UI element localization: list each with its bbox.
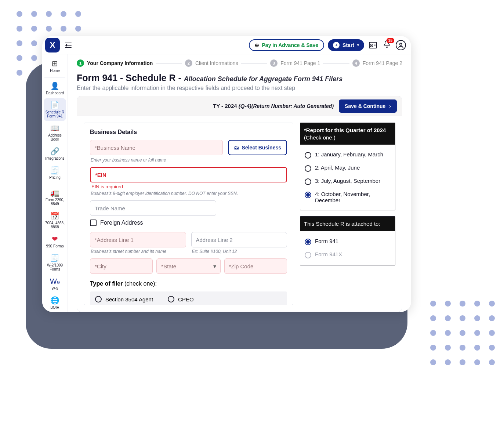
step-label: Client Informations	[195, 60, 238, 66]
quarter-panel-title: *Report for this Quarter of 2024(Check o…	[300, 123, 395, 145]
step-2[interactable]: 2Client Informations	[185, 59, 238, 67]
select-business-button[interactable]: 🗂 Select Business	[228, 140, 287, 155]
sidebar-item-label: W-2/1099 Forms	[44, 263, 66, 271]
checkbox-label: Foreign Address	[100, 220, 143, 226]
filer-option-cpeo[interactable]: CPEO	[168, 296, 194, 302]
step-3[interactable]: 3Form 941 Page 1	[270, 59, 320, 67]
plus-icon: ⊕	[255, 42, 259, 48]
sidebar-item-w2-1099[interactable]: 🧾W-2/1099 Forms	[42, 251, 68, 274]
app-window: X ⊕ Pay in Advance & Save + Start ▾ 35	[42, 36, 411, 312]
book-icon: 📖	[50, 124, 59, 132]
trade-name-input[interactable]	[90, 200, 216, 216]
chevron-right-icon: ›	[389, 103, 391, 109]
sidebar-item-label: Dashboard	[46, 91, 64, 95]
svg-point-2	[400, 43, 402, 45]
sidebar-item-990-forms[interactable]: ❤990 Forms	[42, 232, 68, 251]
sidebar-item-label: 990 Forms	[46, 244, 64, 248]
attached-panel-title: This Schedule R is attached to:	[300, 217, 395, 231]
zip-input[interactable]	[224, 258, 287, 274]
quarter-option-2[interactable]: 2: April, May, June	[304, 162, 391, 175]
sidebar-item-address-book[interactable]: 📖Address Book	[42, 121, 68, 144]
search-doc-icon: 🗂	[234, 145, 239, 151]
decorative-dots-bottom	[430, 301, 495, 365]
sidebar-item-schedule-r[interactable]: 📄Schedule R Form 941	[44, 98, 66, 121]
filer-option-3504[interactable]: Section 3504 Agent	[95, 296, 153, 302]
page-description: Enter the applicable information in the …	[77, 85, 402, 91]
sidebar-item-integrations[interactable]: 🔗Integrations	[42, 144, 68, 163]
addr2-hint: Ex: Suite #100, Unit 12	[192, 249, 287, 254]
sidebar-item-label: 7004, 4868, 8868	[44, 221, 66, 229]
notifications-button[interactable]: 35	[382, 40, 392, 50]
form-shell: TY - 2024 (Q-4)(Return Number: Auto Gene…	[77, 96, 402, 312]
sidebar-item-home[interactable]: ⊞Home	[42, 57, 68, 76]
step-progress: 1Your Company Information 2Client Inform…	[77, 59, 402, 67]
ein-input[interactable]	[90, 167, 287, 182]
pay-in-advance-button[interactable]: ⊕ Pay in Advance & Save	[249, 39, 324, 51]
business-name-input[interactable]	[90, 140, 223, 155]
radio-icon	[305, 178, 311, 185]
quarter-option-4[interactable]: 4: October, November, December	[304, 188, 391, 206]
step-1[interactable]: 1Your Company Information	[77, 59, 153, 67]
pay-label: Pay in Advance & Save	[262, 42, 319, 48]
sidebar: ⊞Home 👤Dashboard 📄Schedule R Form 941 📖A…	[42, 54, 68, 312]
radio-icon	[305, 152, 311, 159]
start-label: Start	[342, 42, 354, 48]
sidebar-item-dashboard[interactable]: 👤Dashboard	[42, 79, 68, 98]
quarter-option-1[interactable]: 1: January, February, March	[304, 148, 391, 162]
svg-point-1	[371, 44, 373, 46]
sidebar-item-label: Home	[50, 69, 60, 73]
link-icon: 🔗	[50, 147, 59, 155]
globe-icon: 🌐	[50, 296, 59, 304]
sidebar-item-w9[interactable]: W₉W-9	[42, 274, 68, 293]
step-label: Form 941 Page 1	[280, 60, 320, 66]
grid-icon: ⊞	[52, 59, 58, 68]
filer-type-options: Section 3504 Agent CPEO	[90, 291, 287, 305]
user-icon	[396, 40, 406, 50]
calendar-icon: 📅	[50, 212, 59, 220]
step-label: Your Company Information	[87, 60, 153, 66]
addr1-hint: Business's street number and its name	[91, 249, 186, 254]
id-card-icon[interactable]	[368, 40, 378, 50]
ein-hint: Business's 9-digit employer identificati…	[91, 191, 287, 196]
checkbox-icon	[90, 220, 97, 226]
user-gear-icon: 👤	[50, 82, 59, 90]
account-button[interactable]	[396, 40, 406, 50]
sidebar-item-label: Integrations	[45, 156, 64, 160]
sidebar-item-pricing[interactable]: 🧾Pricing	[42, 163, 68, 182]
sidebar-item-form-2290[interactable]: 🚛Form 2290, 8849	[42, 186, 68, 209]
start-button[interactable]: + Start ▾	[328, 39, 364, 51]
document-icon: 📄	[50, 101, 59, 109]
sidebar-item-label: Address Book	[44, 133, 66, 141]
foreign-address-checkbox[interactable]: Foreign Address	[90, 220, 287, 226]
sidebar-item-label: Form 2290, 8849	[44, 198, 66, 206]
sidebar-item-boir[interactable]: 🌐BOIR	[42, 293, 68, 312]
plus-icon: +	[333, 42, 340, 48]
sidebar-item-label: W-9	[51, 286, 58, 290]
truck-icon: 🚛	[50, 189, 59, 197]
radio-icon	[95, 296, 102, 302]
ein-error-text: EIN is required	[91, 184, 287, 189]
quarter-option-3[interactable]: 3: July, August, September	[304, 175, 391, 188]
step-4[interactable]: 4Form 941 Page 2	[352, 59, 402, 67]
radio-icon	[305, 165, 311, 172]
address-line-1-input[interactable]	[90, 232, 186, 247]
heart-icon: ❤	[52, 235, 58, 243]
radio-icon	[168, 296, 174, 302]
city-input[interactable]	[90, 258, 153, 274]
sidebar-item-7004[interactable]: 📅7004, 4868, 8868	[42, 209, 68, 232]
save-continue-button[interactable]: Save & Continue ›	[339, 99, 397, 113]
sidebar-toggle-icon[interactable]	[64, 40, 73, 50]
radio-icon	[305, 239, 311, 245]
app-logo[interactable]: X	[45, 38, 60, 52]
sidebar-item-label: Schedule R Form 941	[45, 110, 65, 118]
chevron-down-icon: ▾	[357, 43, 359, 47]
w9-icon: W₉	[50, 277, 60, 285]
filer-type-title: Type of filer (check one):	[90, 280, 287, 287]
sidebar-item-label: BOIR	[50, 305, 59, 309]
attach-option-941[interactable]: Form 941	[304, 235, 391, 248]
address-line-2-input[interactable]	[191, 232, 287, 247]
sidebar-item-label: Pricing	[49, 175, 61, 180]
state-select[interactable]	[156, 258, 220, 274]
business-name-hint: Enter your business name or full name	[91, 157, 287, 163]
forms-icon: 🧾	[50, 254, 59, 262]
